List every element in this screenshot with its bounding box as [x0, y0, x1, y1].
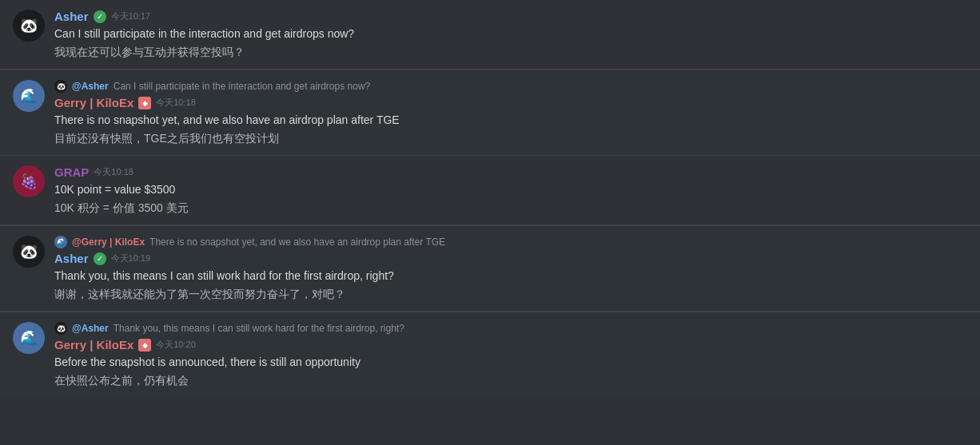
- message-text-primary: 10K point = value $3500: [54, 181, 967, 198]
- username[interactable]: Asher: [54, 252, 89, 265]
- message-text-secondary: 我现在还可以参与互动并获得空投吗？: [54, 44, 967, 61]
- message-content: 🌊@Gerry | KiloEx There is no snapshot ye…: [54, 236, 967, 303]
- message-header: Gerry | KiloEx◆今天10:18: [54, 96, 967, 109]
- avatar[interactable]: 🍇: [13, 165, 45, 197]
- reply-at-username[interactable]: @Asher: [72, 81, 109, 92]
- avatar[interactable]: 🐼: [13, 236, 45, 268]
- message-header: Gerry | KiloEx◆今天10:20: [54, 338, 967, 352]
- message-text-primary: Before the snapshot is announced, there …: [54, 354, 967, 371]
- kiloe-badge: ◆: [138, 97, 151, 109]
- reply-at-username[interactable]: @Asher: [72, 323, 109, 334]
- reply-avatar: 🐼: [54, 322, 67, 335]
- message-text-secondary: 谢谢，这样我就还能为了第一次空投而努力奋斗了，对吧？: [54, 286, 967, 303]
- message-text-primary: There is no snapshot yet, and we also ha…: [54, 112, 967, 129]
- verified-badge: ✓: [94, 10, 106, 23]
- reply-at-username[interactable]: @Gerry | KiloEx: [72, 236, 145, 248]
- username[interactable]: Asher: [54, 10, 89, 23]
- message-group: 🐼Asher✓今天10:17Can I still participate in…: [0, 0, 980, 69]
- timestamp: 今天10:17: [111, 10, 151, 22]
- message-group: 🌊🐼@Asher Can I still participate in the …: [0, 70, 980, 155]
- avatar[interactable]: 🌊: [13, 322, 45, 354]
- message-header: Asher✓今天10:17: [54, 10, 967, 23]
- timestamp: 今天10:20: [156, 339, 196, 351]
- message-content: GRAP今天10:1810K point = value $350010K 积分…: [54, 165, 967, 217]
- reply-preview-text: There is no snapshot yet, and we also ha…: [149, 236, 445, 248]
- message-header: Asher✓今天10:19: [54, 252, 967, 265]
- timestamp: 今天10:18: [156, 97, 196, 109]
- message-text-secondary: 在快照公布之前，仍有机会: [54, 372, 967, 389]
- reply-preview-text: Thank you, this means I can still work h…: [114, 323, 404, 334]
- message-content: 🐼@Asher Thank you, this means I can stil…: [54, 322, 967, 389]
- verified-badge: ✓: [94, 252, 106, 265]
- message-content: Asher✓今天10:17Can I still participate in …: [54, 10, 967, 61]
- message-text-primary: Thank you, this means I can still work h…: [54, 268, 967, 284]
- chat-container: 🐼Asher✓今天10:17Can I still participate in…: [0, 0, 980, 397]
- message-text-secondary: 目前还没有快照，TGE之后我们也有空投计划: [54, 130, 967, 147]
- reply-avatar: 🐼: [54, 80, 67, 93]
- message-header: GRAP今天10:18: [54, 165, 967, 179]
- avatar[interactable]: 🐼: [13, 10, 45, 42]
- avatar[interactable]: 🌊: [13, 80, 45, 112]
- message-group: 🌊🐼@Asher Thank you, this means I can sti…: [0, 312, 980, 397]
- reply-preview: 🐼@Asher Can I still participate in the i…: [54, 80, 967, 93]
- timestamp: 今天10:18: [94, 166, 133, 178]
- message-text-secondary: 10K 积分 = 价值 3500 美元: [54, 200, 967, 217]
- reply-preview-text: Can I still participate in the interacti…: [114, 81, 371, 92]
- username[interactable]: Gerry | KiloEx: [54, 338, 133, 352]
- username[interactable]: Gerry | KiloEx: [54, 96, 133, 109]
- kiloe-badge: ◆: [138, 339, 151, 352]
- reply-preview: 🌊@Gerry | KiloEx There is no snapshot ye…: [54, 236, 967, 248]
- reply-preview: 🐼@Asher Thank you, this means I can stil…: [54, 322, 967, 335]
- message-content: 🐼@Asher Can I still participate in the i…: [54, 80, 967, 147]
- message-text-primary: Can I still participate in the interacti…: [54, 26, 967, 42]
- username[interactable]: GRAP: [54, 165, 89, 179]
- message-group: 🐼🌊@Gerry | KiloEx There is no snapshot y…: [0, 225, 980, 311]
- reply-avatar: 🌊: [54, 236, 67, 248]
- message-group: 🍇GRAP今天10:1810K point = value $350010K 积…: [0, 156, 980, 224]
- timestamp: 今天10:19: [111, 252, 151, 264]
